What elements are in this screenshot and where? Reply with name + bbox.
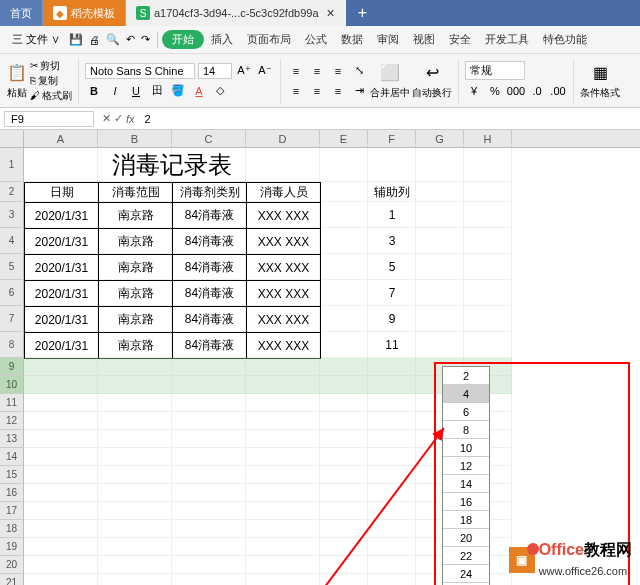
aux-value[interactable]: 3 [368, 228, 416, 254]
menu-start[interactable]: 开始 [162, 30, 204, 49]
row-header[interactable]: 17 [0, 502, 24, 520]
row-header[interactable]: 8 [0, 332, 24, 358]
col-header[interactable]: D [246, 130, 320, 147]
row-header[interactable]: 12 [0, 412, 24, 430]
tab-spreadsheet[interactable]: S a1704cf3-3d94-...c-5c3c92fdb99a × [126, 0, 346, 26]
orientation-icon[interactable]: ⤡ [350, 62, 368, 80]
eraser-icon[interactable]: ◇ [211, 82, 229, 100]
row-header[interactable]: 7 [0, 306, 24, 332]
table-cell[interactable]: 2020/1/31 [25, 307, 99, 333]
table-cell[interactable]: 南京路 [99, 255, 173, 281]
table-cell[interactable]: XXX XXX [247, 229, 321, 255]
fx-icon[interactable]: fx [126, 113, 135, 125]
redo-icon[interactable]: ↷ [138, 33, 153, 46]
table-cell[interactable]: XXX XXX [247, 307, 321, 333]
row-header[interactable]: 6 [0, 280, 24, 306]
menu-insert[interactable]: 插入 [204, 32, 240, 47]
align-right-icon[interactable]: ≡ [329, 82, 347, 100]
col-header[interactable]: C [172, 130, 246, 147]
row-header[interactable]: 14 [0, 448, 24, 466]
align-middle-icon[interactable]: ≡ [308, 62, 326, 80]
row-header[interactable]: 13 [0, 430, 24, 448]
table-cell[interactable]: 84消毒液 [173, 229, 247, 255]
aux-value[interactable]: 7 [368, 280, 416, 306]
save-icon[interactable]: 💾 [66, 33, 86, 46]
italic-icon[interactable]: I [106, 82, 124, 100]
row-header[interactable]: 20 [0, 556, 24, 574]
cell-reference-input[interactable] [4, 111, 94, 127]
bold-icon[interactable]: B [85, 82, 103, 100]
menu-special[interactable]: 特色功能 [536, 32, 594, 47]
preview-icon[interactable]: 🔍 [103, 33, 123, 46]
row-header[interactable]: 5 [0, 254, 24, 280]
table-cell[interactable]: 84消毒液 [173, 281, 247, 307]
percent-icon[interactable]: % [486, 82, 504, 100]
aux-value[interactable]: 9 [368, 306, 416, 332]
table-cell[interactable]: 84消毒液 [173, 255, 247, 281]
merge-center-button[interactable]: ⬜ 合并居中 [370, 62, 410, 100]
table-cell[interactable]: 2020/1/31 [25, 229, 99, 255]
col-header[interactable]: H [464, 130, 512, 147]
wrap-text-button[interactable]: ↩ 自动换行 [412, 62, 452, 100]
table-cell[interactable]: XXX XXX [247, 281, 321, 307]
spreadsheet-grid[interactable]: ABCDEFGH 1234567891011121314151617181920… [0, 130, 640, 585]
col-header[interactable]: F [368, 130, 416, 147]
indent-icon[interactable]: ⇥ [350, 82, 368, 100]
table-cell[interactable]: XXX XXX [247, 255, 321, 281]
table-cell[interactable]: XXX XXX [247, 203, 321, 229]
col-header[interactable]: B [98, 130, 172, 147]
select-all-corner[interactable] [0, 130, 24, 147]
undo-icon[interactable]: ↶ [123, 33, 138, 46]
aux-value[interactable]: 11 [368, 332, 416, 358]
file-menu[interactable]: 三 文件 ∨ [6, 30, 66, 49]
table-cell[interactable]: 84消毒液 [173, 307, 247, 333]
align-center-icon[interactable]: ≡ [308, 82, 326, 100]
close-icon[interactable]: × [327, 5, 335, 21]
col-header[interactable]: E [320, 130, 368, 147]
print-icon[interactable]: 🖨 [86, 34, 103, 46]
font-name-select[interactable] [85, 63, 195, 79]
row-header[interactable]: 4 [0, 228, 24, 254]
font-color-icon[interactable]: A [190, 82, 208, 100]
col-header[interactable]: G [416, 130, 464, 147]
col-header[interactable]: A [24, 130, 98, 147]
row-header[interactable]: 9 [0, 358, 24, 376]
number-format-select[interactable]: 常规 [465, 61, 525, 80]
menu-security[interactable]: 安全 [442, 32, 478, 47]
row-header[interactable]: 19 [0, 538, 24, 556]
row-header[interactable]: 16 [0, 484, 24, 502]
table-cell[interactable]: 84消毒液 [173, 203, 247, 229]
table-cell[interactable]: 84消毒液 [173, 333, 247, 359]
menu-data[interactable]: 数据 [334, 32, 370, 47]
comma-icon[interactable]: 000 [507, 82, 525, 100]
align-bottom-icon[interactable]: ≡ [329, 62, 347, 80]
menu-dev[interactable]: 开发工具 [478, 32, 536, 47]
table-cell[interactable]: 2020/1/31 [25, 333, 99, 359]
float-cell[interactable]: 4 [443, 385, 489, 403]
formula-input[interactable] [139, 112, 640, 126]
menu-layout[interactable]: 页面布局 [240, 32, 298, 47]
row-header[interactable]: 3 [0, 202, 24, 228]
row-header[interactable]: 21 [0, 574, 24, 585]
font-size-select[interactable] [198, 63, 232, 79]
menu-review[interactable]: 审阅 [370, 32, 406, 47]
format-painter-button[interactable]: 🖌格式刷 [30, 89, 72, 103]
conditional-format-button[interactable]: ▦ 条件格式 [580, 62, 620, 100]
row-header[interactable]: 18 [0, 520, 24, 538]
copy-button[interactable]: ⎘复制 [30, 74, 72, 88]
aux-value[interactable]: 1 [368, 202, 416, 228]
menu-view[interactable]: 视图 [406, 32, 442, 47]
table-cell[interactable]: 南京路 [99, 229, 173, 255]
aux-value[interactable]: 5 [368, 254, 416, 280]
decimal-dec-icon[interactable]: .00 [549, 82, 567, 100]
row-header[interactable]: 15 [0, 466, 24, 484]
table-cell[interactable]: XXX XXX [247, 333, 321, 359]
tab-doc-template[interactable]: ◆ 稻壳模板 [43, 0, 126, 26]
table-cell[interactable]: 2020/1/31 [25, 203, 99, 229]
table-cell[interactable]: 2020/1/31 [25, 281, 99, 307]
font-increase-icon[interactable]: A⁺ [235, 62, 253, 80]
cancel-icon[interactable]: ✕ [102, 112, 111, 125]
table-cell[interactable]: 南京路 [99, 281, 173, 307]
tab-home[interactable]: 首页 [0, 0, 43, 26]
menu-formula[interactable]: 公式 [298, 32, 334, 47]
